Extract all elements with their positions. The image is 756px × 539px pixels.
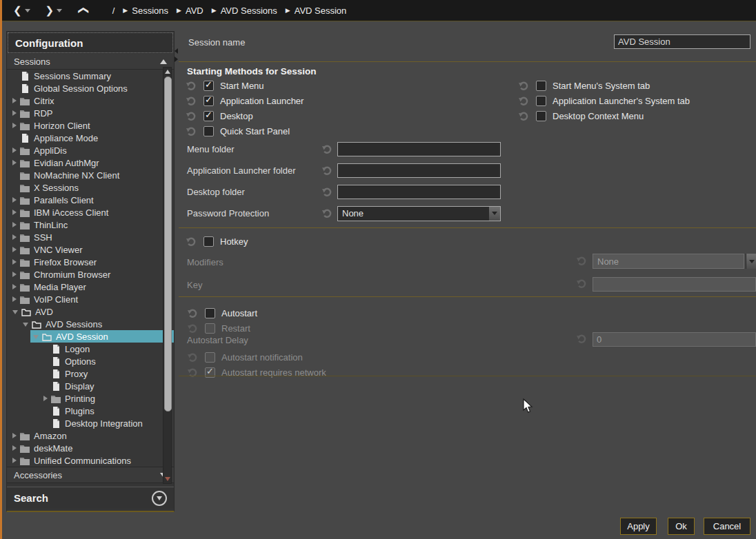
expand-arrow-icon[interactable] <box>12 433 17 438</box>
up-icon[interactable]: ❮ <box>74 6 94 15</box>
tree-item-voip-client[interactable]: VoIP Client <box>7 293 174 305</box>
cancel-button[interactable]: Cancel <box>704 518 750 535</box>
expand-arrow-icon[interactable] <box>12 222 17 227</box>
search-expand-icon[interactable] <box>152 491 167 506</box>
breadcrumb-item[interactable]: AVD Session <box>295 6 347 16</box>
tree-item-vnc-viewer[interactable]: VNC Viewer <box>7 243 174 256</box>
scrollbar-thumb[interactable] <box>164 77 172 411</box>
breadcrumb-item[interactable]: AVD <box>186 6 203 16</box>
revert-icon[interactable] <box>186 236 198 247</box>
desktop-folder-input[interactable] <box>337 185 501 199</box>
tree-item-horizon-client[interactable]: Horizon Client <box>7 119 174 132</box>
tree-item-ssh[interactable]: SSH <box>7 231 174 243</box>
expand-arrow-icon[interactable] <box>43 396 48 401</box>
tree-item-evidian-authmgr[interactable]: Evidian AuthMgr <box>7 156 174 169</box>
breadcrumb-item[interactable]: Sessions <box>132 6 168 16</box>
back-icon[interactable]: ❮ <box>13 0 22 21</box>
desktop-checkbox[interactable] <box>203 111 214 121</box>
tree-item-firefox-browser[interactable]: Firefox Browser <box>7 256 174 268</box>
collapse-arrow-icon[interactable] <box>23 323 28 327</box>
revert-icon[interactable] <box>187 308 199 318</box>
tree-item-desktop-integration[interactable]: Desktop Integration <box>7 417 174 429</box>
scroll-up-icon[interactable] <box>165 70 170 74</box>
revert-icon[interactable] <box>321 208 334 218</box>
expand-arrow-icon[interactable] <box>12 160 17 165</box>
application-launcher-checkbox[interactable] <box>203 96 214 106</box>
start-menu-checkbox[interactable] <box>203 81 214 91</box>
expand-arrow-icon[interactable] <box>12 296 17 302</box>
breadcrumb-item[interactable]: AVD Sessions <box>221 6 277 16</box>
tree-item-printing[interactable]: Printing <box>7 392 174 405</box>
tree-item-options[interactable]: Options <box>7 355 174 367</box>
collapse-arrow-icon[interactable] <box>12 310 18 314</box>
back-history-dropdown-icon[interactable] <box>25 9 30 12</box>
tree-item-avd[interactable]: AVD <box>7 305 174 318</box>
application-launcher-s-system-tab-checkbox[interactable] <box>536 96 546 106</box>
expand-arrow-icon[interactable] <box>12 445 17 451</box>
tree-item-chromium-browser[interactable]: Chromium Browser <box>7 268 174 281</box>
tree-item-avd-session[interactable]: AVD Session <box>7 330 174 343</box>
splitter-collapse-icon[interactable] <box>175 48 178 54</box>
session-name-input[interactable] <box>614 34 750 49</box>
revert-icon[interactable] <box>186 96 198 106</box>
revert-icon[interactable] <box>518 111 530 121</box>
tree-item-media-player[interactable]: Media Player <box>7 281 174 293</box>
expand-arrow-icon[interactable] <box>12 259 17 265</box>
tree-item-deskmate[interactable]: deskMate <box>7 442 174 454</box>
forward-history-dropdown-icon[interactable] <box>57 9 62 12</box>
tree-item-plugins[interactable]: Plugins <box>7 405 174 417</box>
start-menu-s-system-tab-checkbox[interactable] <box>536 81 546 91</box>
revert-icon[interactable] <box>186 111 198 121</box>
ok-button[interactable]: Ok <box>668 518 695 535</box>
forward-icon[interactable]: ❯ <box>46 0 54 21</box>
expand-arrow-icon[interactable] <box>12 148 17 153</box>
tree-item-sessions-summary[interactable]: Sessions Summary <box>7 70 174 82</box>
password-protection-select[interactable]: None <box>337 206 501 221</box>
tree-item-nomachine-nx-client[interactable]: NoMachine NX Client <box>7 169 174 181</box>
search-panel[interactable]: Search <box>7 487 174 509</box>
section-header-accessories[interactable]: Accessories <box>7 467 174 483</box>
tree-item-ibm-iaccess-client[interactable]: IBM iAccess Client <box>7 206 174 218</box>
tree-item-citrix[interactable]: Citrix <box>7 94 174 107</box>
tree-item-appliance-mode[interactable]: Appliance Mode <box>7 132 174 144</box>
tree-item-x-sessions[interactable]: X Sessions <box>7 181 174 194</box>
tree-item-amazon[interactable]: Amazon <box>7 429 174 442</box>
password-protection-dropdown-icon[interactable] <box>488 207 500 221</box>
expand-arrow-icon[interactable] <box>12 458 17 463</box>
revert-icon[interactable] <box>321 187 334 197</box>
tree-item-global-session-options[interactable]: Global Session Options <box>7 82 174 94</box>
revert-icon[interactable] <box>186 126 198 136</box>
tree-item-proxy[interactable]: Proxy <box>7 367 174 380</box>
splitter-expand-icon[interactable] <box>175 57 178 62</box>
collapse-arrow-icon[interactable] <box>33 335 39 339</box>
revert-icon[interactable] <box>321 165 334 176</box>
expand-arrow-icon[interactable] <box>12 197 17 203</box>
tree-item-display[interactable]: Display <box>7 380 174 392</box>
scroll-down-icon[interactable] <box>165 477 170 481</box>
revert-icon[interactable] <box>321 144 334 154</box>
quick-start-panel-checkbox[interactable] <box>203 126 214 136</box>
tree-item-rdp[interactable]: RDP <box>7 107 174 119</box>
expand-arrow-icon[interactable] <box>12 210 17 215</box>
autostart-checkbox[interactable] <box>205 308 215 318</box>
expand-arrow-icon[interactable] <box>12 98 17 103</box>
expand-arrow-icon[interactable] <box>12 272 17 277</box>
application-launcher-folder-input[interactable] <box>337 163 501 178</box>
revert-icon[interactable] <box>186 81 198 91</box>
expand-arrow-icon[interactable] <box>12 247 17 252</box>
tree-item-thinlinc[interactable]: ThinLinc <box>7 218 174 231</box>
expand-arrow-icon[interactable] <box>12 123 17 128</box>
tree-item-logon[interactable]: Logon <box>7 343 174 355</box>
hotkey-checkbox[interactable] <box>203 236 214 247</box>
apply-button[interactable]: Apply <box>620 518 657 535</box>
tree-item-parallels-client[interactable]: Parallels Client <box>7 194 174 206</box>
tree-item-unified-communications[interactable]: Unified Communications <box>7 454 174 467</box>
desktop-context-menu-checkbox[interactable] <box>536 111 546 121</box>
section-header-sessions[interactable]: Sessions <box>7 54 174 70</box>
expand-arrow-icon[interactable] <box>12 234 17 240</box>
tree-item-avd-sessions[interactable]: AVD Sessions <box>7 318 174 330</box>
tree-item-applidis[interactable]: AppliDis <box>7 144 174 156</box>
menu-folder-input[interactable] <box>337 142 501 156</box>
revert-icon[interactable] <box>518 96 530 106</box>
sidebar-scrollbar[interactable] <box>163 67 172 484</box>
